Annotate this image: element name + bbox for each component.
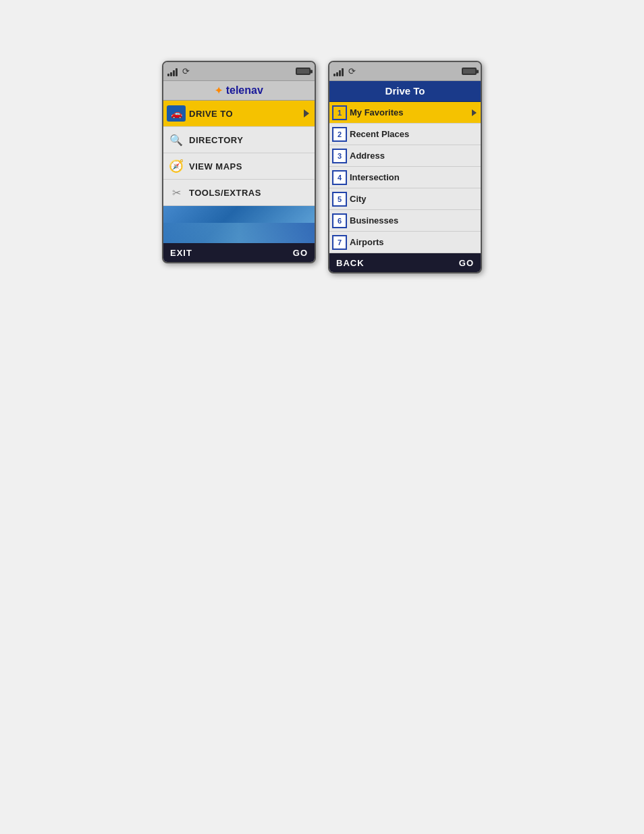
go-button-2[interactable]: GO <box>459 258 474 268</box>
refresh-icon-2: ⟳ <box>348 66 356 76</box>
screen-2: Drive To 1 My Favorites 2 Recent Places … <box>329 81 481 253</box>
directory-icon-container: 🔍 <box>163 127 189 153</box>
num-badge-3: 3 <box>332 149 347 163</box>
compass-icon: 🧭 <box>169 159 184 174</box>
address-label: Address <box>350 151 481 161</box>
status-bar-1: ⟳ <box>163 62 315 81</box>
status-bar-2: ⟳ <box>329 62 481 81</box>
car-icon <box>167 105 186 122</box>
num-badge-7: 7 <box>332 235 347 250</box>
screens-container: ⟳ ✦ telenav DRIVE TO <box>162 61 482 273</box>
intersection-label: Intersection <box>350 172 481 182</box>
arrow-right-icon <box>304 109 309 118</box>
bottom-bar-2: BACK GO <box>329 253 481 272</box>
go-button-1[interactable]: GO <box>293 248 308 258</box>
drive-to-item-city[interactable]: 5 City <box>329 188 481 210</box>
refresh-icon-1: ⟳ <box>182 66 190 76</box>
bar4-2 <box>342 68 344 76</box>
bar1-2 <box>333 74 336 76</box>
signal-bars-2 <box>333 67 344 76</box>
star-icon: ✦ <box>215 85 223 96</box>
recent-places-label: Recent Places <box>350 129 481 139</box>
phone-main-menu: ⟳ ✦ telenav DRIVE TO <box>162 61 316 263</box>
favorites-arrow-icon <box>472 109 477 116</box>
menu-item-directory[interactable]: 🔍 DIRECTORY <box>163 127 315 153</box>
drive-to-label: DRIVE TO <box>189 109 304 119</box>
bar2-2 <box>336 72 338 76</box>
favorites-label: My Favorites <box>350 107 472 118</box>
bar1 <box>167 74 169 76</box>
num-badge-5: 5 <box>332 192 347 207</box>
tools-icon-container: ✂ <box>163 180 189 205</box>
drive-to-title: Drive To <box>385 85 425 97</box>
airports-label: Airports <box>350 237 481 247</box>
signal-bars-1 <box>167 67 178 76</box>
map-area <box>163 206 315 243</box>
status-left-1: ⟳ <box>167 66 190 76</box>
battery-1 <box>296 68 311 75</box>
phone-drive-to: ⟳ Drive To 1 My Favorites 2 Recent Place… <box>328 61 482 273</box>
city-label: City <box>350 194 481 204</box>
bottom-bar-1: EXIT GO <box>163 243 315 262</box>
drive-to-item-businesses[interactable]: 6 Businesses <box>329 210 481 232</box>
num-badge-1: 1 <box>332 105 347 120</box>
drive-to-icon-container <box>163 101 189 126</box>
businesses-label: Businesses <box>350 215 481 226</box>
menu-item-tools[interactable]: ✂ TOOLS/EXTRAS <box>163 180 315 206</box>
drive-to-item-airports[interactable]: 7 Airports <box>329 232 481 253</box>
tools-icon: ✂ <box>172 186 181 199</box>
menu-item-view-maps[interactable]: 🧭 VIEW MAPS <box>163 153 315 180</box>
bar4 <box>176 68 178 76</box>
drive-to-item-intersection[interactable]: 4 Intersection <box>329 167 481 188</box>
battery-2 <box>462 68 477 75</box>
view-maps-icon-container: 🧭 <box>163 153 189 179</box>
tools-label: TOOLS/EXTRAS <box>189 188 315 198</box>
screen-1: ✦ telenav DRIVE TO 🔍 DIRECTORY <box>163 81 315 243</box>
num-badge-4: 4 <box>332 170 347 185</box>
drive-to-header: Drive To <box>329 81 481 102</box>
drive-to-item-recent[interactable]: 2 Recent Places <box>329 124 481 145</box>
back-button[interactable]: BACK <box>336 258 365 268</box>
num-badge-2: 2 <box>332 127 347 142</box>
drive-to-item-address[interactable]: 3 Address <box>329 145 481 167</box>
brand-name: telenav <box>226 84 263 96</box>
status-left-2: ⟳ <box>333 66 356 76</box>
search-icon: 🔍 <box>169 134 183 147</box>
view-maps-label: VIEW MAPS <box>189 161 315 172</box>
directory-label: DIRECTORY <box>189 135 315 145</box>
bar2 <box>170 72 172 76</box>
drive-to-item-favorites[interactable]: 1 My Favorites <box>329 102 481 124</box>
menu-item-drive-to[interactable]: DRIVE TO <box>163 101 315 127</box>
telenav-brand: ✦ telenav <box>215 84 263 96</box>
num-badge-6: 6 <box>332 213 347 228</box>
exit-button[interactable]: EXIT <box>170 248 192 258</box>
bar3 <box>173 70 175 76</box>
app-header-1: ✦ telenav <box>163 81 315 101</box>
bar3-2 <box>339 70 341 76</box>
